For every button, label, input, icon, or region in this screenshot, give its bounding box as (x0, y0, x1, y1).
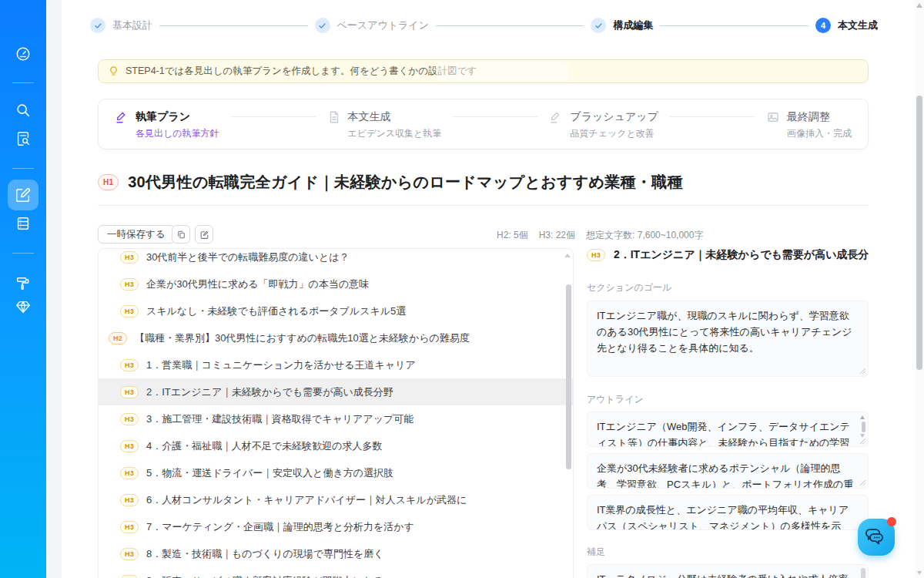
outline-textarea-1[interactable]: ITエンジニア（Web開発、インフラ、データサイエンティスト等）の仕事内容と、未… (587, 412, 869, 447)
outline-row[interactable]: H3 7．マーケティング・企画職｜論理的思考と分析力を活かす (99, 513, 573, 540)
h3-badge: H3 (120, 305, 139, 318)
dashboard-icon[interactable] (15, 45, 32, 62)
step2-check-icon[interactable] (315, 18, 330, 33)
resize-handle[interactable] (859, 438, 866, 445)
scroll-down-arrow[interactable] (917, 571, 922, 575)
hint-banner: STEP4-1では各見出しの執筆プランを作成します。何をどう書くかの設計図です (98, 59, 869, 83)
chat-support-button[interactable] (858, 519, 895, 556)
stage-subtitle: 品質チェックと改善 (570, 127, 658, 140)
section-editor-panel: H3 2．ITエンジニア｜未経験からでも需要が高い成長分野 セクションのゴール … (587, 248, 869, 578)
h3-badge: H3 (120, 494, 139, 506)
outline-row-text: 4．介護・福祉職｜人材不足で未経験歓迎の求人多数 (146, 439, 383, 453)
gem-icon[interactable] (15, 298, 32, 315)
textarea-scroll-up-arrow[interactable] (860, 415, 865, 419)
paint-roller-icon[interactable] (15, 275, 32, 292)
note-text: IT・テクノロジー分野は未経験者の受け入れや求人倍率が高い（独自情報3）ため、重… (597, 573, 849, 578)
outline-textarea-3[interactable]: IT業界の成長性と、エンジニア職の平均年収、キャリアパス（スペシャリスト、マネジ… (587, 495, 869, 530)
notification-dot (887, 517, 896, 526)
outline-row[interactable]: H3 6．人材コンサルタント・キャリアアドバイザー｜対人スキルが武器に (99, 486, 573, 513)
page-scrollbar[interactable] (915, 0, 924, 578)
list-scrollbar-thumb[interactable] (566, 284, 571, 469)
outline-row-text: 企業が30代男性に求める「即戦力」の本当の意味 (146, 277, 369, 291)
copy-button[interactable] (172, 225, 190, 244)
outline-row[interactable]: H3 スキルなし・未経験でも評価されるポータブルスキル5選 (99, 297, 573, 324)
outline-row-text: 【職種・業界別】30代男性におすすめの転職先10選と未経験からの難易度 (135, 331, 470, 345)
outline-row-text: 2．ITエンジニア｜未経験からでも需要が高い成長分野 (146, 385, 393, 399)
h1-badge: H1 (98, 174, 119, 190)
note-textarea[interactable]: IT・テクノロジー分野は未経験者の受け入れや求人倍率が高い（独自情報3）ため、重… (587, 564, 869, 578)
step3-check-icon[interactable] (591, 18, 606, 33)
outline-row[interactable]: H3 8．製造・技術職｜ものづくりの現場で専門性を磨く (99, 540, 573, 567)
stage-writing-plan[interactable]: 執筆プラン 各見出しの執筆方針 (115, 110, 219, 140)
lightbulb-icon (108, 66, 119, 77)
h3-badge: H3 (120, 575, 139, 578)
outline-row[interactable]: H3 3．施工管理・建設技術職｜資格取得でキャリアアップ可能 (99, 405, 573, 432)
outline-textarea-2[interactable]: 企業が30代未経験者に求めるポテンシャル（論理的思考、学習意欲、PCスキル）と、… (587, 453, 869, 489)
h3-badge: H3 (120, 359, 139, 371)
outline-row[interactable]: H2 【職種・業界別】30代男性におすすめの転職先10選と未経験からの難易度 (99, 324, 573, 351)
outline-text-3: IT業界の成長性と、エンジニア職の平均年収、キャリアパス（スペシャリスト、マネジ… (597, 504, 849, 530)
step2-label[interactable]: ベースアウトライン (337, 18, 429, 32)
outline-text-2: 企業が30代未経験者に求めるポテンシャル（論理的思考、学習意欲、PCスキル）と、… (597, 462, 853, 489)
document-search-icon[interactable] (15, 130, 32, 147)
outline-row-selected[interactable]: H3 2．ITエンジニア｜未経験からでも需要が高い成長分野 (99, 378, 573, 405)
outline-row[interactable]: H3 30代前半と後半での転職難易度の違いとは？ (99, 248, 573, 271)
chat-bubbles-icon (865, 526, 888, 549)
outline-row[interactable]: H3 4．介護・福祉職｜人材不足で未経験歓迎の求人多数 (99, 432, 573, 459)
step-connector (159, 25, 308, 26)
image-icon (766, 110, 780, 124)
stage-title: 最終調整 (787, 110, 852, 123)
step3-label[interactable]: 構成編集 (613, 18, 653, 32)
list-rows-icon[interactable] (15, 215, 32, 232)
step4-label[interactable]: 本文生成 (838, 18, 878, 32)
page-scrollbar-thumb[interactable] (916, 96, 922, 370)
phase-stepper: 執筆プラン 各見出しの執筆方針 本文生成 エビデンス収集と執筆 (98, 99, 869, 150)
wizard-stepper: 基本設計 ベースアウトライン 構成編集 4 本文生成 (90, 17, 878, 34)
stage-subtitle: 画像挿入・完成 (787, 127, 852, 140)
h3-badge: H3 (120, 548, 139, 560)
step4-number-badge[interactable]: 4 (815, 18, 831, 33)
edit-button[interactable] (195, 225, 213, 244)
outline-row-text: 8．製造・技術職｜ものづくりの現場で専門性を磨く (146, 547, 384, 561)
outline-row-text: 7．マーケティング・企画職｜論理的思考と分析力を活かす (146, 520, 414, 534)
h3-badge: H3 (587, 249, 605, 261)
search-icon[interactable] (15, 102, 32, 119)
resize-handle[interactable] (859, 479, 866, 486)
step1-check-icon[interactable] (90, 18, 105, 33)
h3-badge: H3 (120, 386, 139, 398)
hint-text: STEP4-1では各見出しの執筆プランを作成します。何をどう書くかの設計図です (126, 65, 477, 78)
outline-row[interactable]: H3 1．営業職｜コミュニケーション力を活かせる王道キャリア (99, 351, 573, 378)
step-connector (436, 25, 584, 26)
outline-row[interactable]: H3 9．販売・サービス職｜顧客対応経験が即戦力になる (99, 567, 573, 578)
step1-label[interactable]: 基本設計 (112, 18, 152, 32)
h3-badge: H3 (120, 521, 139, 533)
outline-row-text: スキルなし・未経験でも評価されるポータブルスキル5選 (146, 304, 406, 318)
outline-row[interactable]: H3 企業が30代男性に求める「即戦力」の本当の意味 (99, 271, 573, 297)
toolbar: 一時保存する H2: 5個 H3: 22個 想定文字数: 7,600~10,00… (98, 225, 869, 244)
stage-title: ブラッシュアップ (570, 110, 658, 123)
sidebar-divider (12, 253, 34, 254)
edit-compose-icon[interactable] (15, 187, 32, 203)
outline-rows: H3 30代前半と後半での転職難易度の違いとは？ H3 企業が30代男性に求める… (99, 248, 573, 578)
stage-body-generate[interactable]: 本文生成 エビデンス収集と執筆 (327, 110, 442, 140)
section-title: 2．ITエンジニア｜未経験からでも需要が高い成長分野 (614, 248, 869, 262)
pen-underline-icon (115, 110, 129, 124)
save-draft-button[interactable]: 一時保存する (98, 225, 175, 244)
estimated-chars: 想定文字数: 7,600~10,000字 (586, 229, 703, 242)
stage-final-adjust[interactable]: 最終調整 画像挿入・完成 (766, 110, 852, 140)
sidebar-divider (12, 168, 34, 169)
heading-stats: H2: 5個 H3: 22個 想定文字数: 7,600~10,000字 (497, 229, 703, 242)
app-window: 基本設計 ベースアウトライン 構成編集 4 本文生成 STEP4-1では各見出し… (0, 0, 924, 578)
list-scroll-up-arrow[interactable] (564, 254, 571, 257)
textarea-scrollbar-thumb[interactable] (862, 422, 865, 432)
goal-textarea[interactable]: ITエンジニア職が、現職のスキルに関わらず、学習意欲のある30代男性にとって将来… (587, 301, 869, 377)
section-header: H3 2．ITエンジニア｜未経験からでも需要が高い成長分野 (587, 248, 869, 262)
outline-label: アウトライン (587, 393, 869, 406)
step-connector (660, 25, 808, 26)
resize-handle[interactable] (859, 368, 866, 375)
outline-row[interactable]: H3 5．物流・運送ドライバー｜安定収入と働き方の選択肢 (99, 459, 573, 486)
h3-badge: H3 (120, 251, 139, 264)
textarea-scrollbar-thumb[interactable] (861, 568, 865, 578)
scroll-up-arrow[interactable] (916, 3, 922, 8)
stage-brushup[interactable]: ブラッシュアップ 品質チェックと改善 (549, 110, 658, 140)
